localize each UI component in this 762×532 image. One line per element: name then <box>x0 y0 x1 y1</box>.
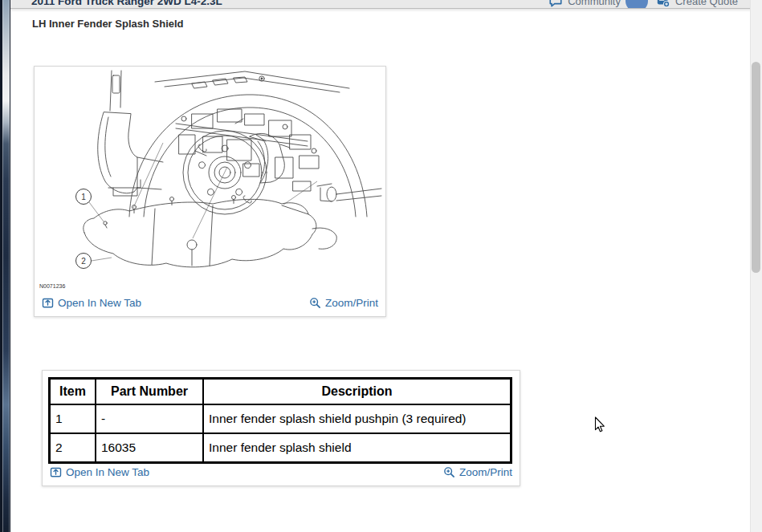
create-quote-button[interactable]: Create Quote <box>656 0 738 8</box>
callout-2: 2 <box>81 257 86 266</box>
figure-card: 1 2 N0071236 Open In New Tab Zoom/Print <box>34 66 386 317</box>
header-part-number: Part Number <box>96 379 203 405</box>
figure-code: N0071236 <box>39 283 65 289</box>
page-title: LH Inner Fender Splash Shield <box>32 18 184 30</box>
splash-shield-diagram: 1 2 N0071236 <box>35 67 384 292</box>
zoom-plus-icon <box>309 297 321 309</box>
quote-plus-icon <box>656 0 670 8</box>
table-row: 2 16035 Inner fender splash shield <box>50 433 511 463</box>
vertical-scrollbar[interactable] <box>750 0 762 532</box>
chat-bubble-icon <box>548 0 563 8</box>
parts-table-card: Item Part Number Description 1 - Inner f… <box>42 370 520 486</box>
table-zoom-print-link[interactable]: Zoom/Print <box>443 466 512 478</box>
left-window-edge <box>0 0 10 532</box>
top-toolbar: 2011 Ford Truck Ranger 2WD L4-2.3L Commu… <box>10 0 751 9</box>
table-header-row: Item Part Number Description <box>50 379 511 405</box>
table-open-in-new-tab-link[interactable]: Open In New Tab <box>50 466 149 478</box>
open-in-new-tab-icon <box>50 466 62 478</box>
zoom-plus-icon <box>443 466 455 478</box>
community-label: Community <box>568 0 621 7</box>
scrollbar-thumb[interactable] <box>752 62 760 273</box>
create-quote-label: Create Quote <box>675 0 738 7</box>
callout-1: 1 <box>81 193 86 201</box>
header-item: Item <box>50 379 96 405</box>
parts-table: Item Part Number Description 1 - Inner f… <box>48 377 512 464</box>
open-in-new-tab-icon <box>42 297 54 309</box>
header-description: Description <box>203 379 511 405</box>
vehicle-title: 2011 Ford Truck Ranger 2WD L4-2.3L <box>31 0 222 7</box>
figure-open-in-new-tab-link[interactable]: Open In New Tab <box>42 297 141 309</box>
community-button[interactable]: Community <box>548 0 648 9</box>
mouse-cursor <box>594 416 606 433</box>
figure-zoom-print-link[interactable]: Zoom/Print <box>309 297 378 309</box>
table-row: 1 - Inner fender splash shield pushpin (… <box>50 404 511 433</box>
community-count-badge <box>625 0 648 9</box>
